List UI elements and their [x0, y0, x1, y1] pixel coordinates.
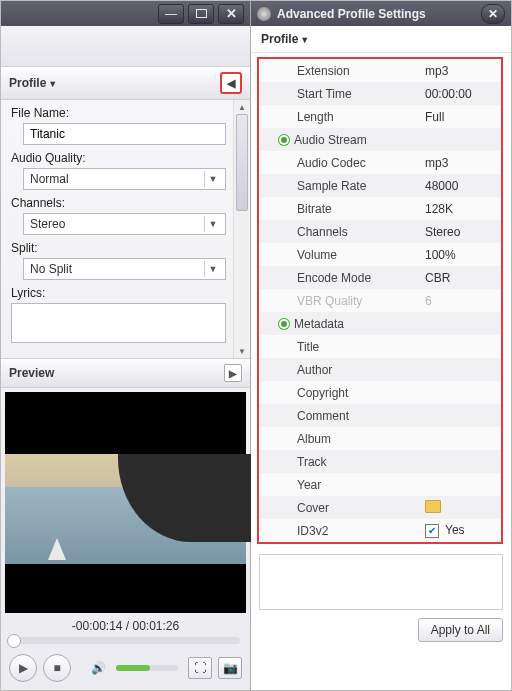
minimize-button[interactable]: — [158, 4, 184, 24]
window-titlebar: — ✕ [1, 1, 250, 26]
row-id3v2[interactable]: ID3v2✔Yes [259, 519, 501, 542]
row-title[interactable]: Title [259, 335, 501, 358]
scroll-thumb[interactable] [236, 114, 248, 211]
video-preview[interactable] [5, 392, 246, 613]
channels-label: Channels: [11, 196, 226, 210]
playback-controls: ▶ ■ 🔊 ⛶ 📷 [1, 650, 250, 690]
row-extension[interactable]: Extensionmp3 [259, 59, 501, 82]
row-comment[interactable]: Comment [259, 404, 501, 427]
play-button[interactable]: ▶ [9, 654, 37, 682]
profile-section-header[interactable]: Profile▼ ◀ [1, 66, 250, 100]
lyrics-label: Lyrics: [11, 286, 226, 300]
profile-header-label: Profile [9, 76, 46, 90]
chevron-down-icon: ▼ [204, 261, 221, 277]
filename-input[interactable] [23, 123, 226, 145]
row-encode-mode[interactable]: Encode ModeCBR [259, 266, 501, 289]
left-panel: — ✕ Profile▼ ◀ ▲ ▼ File Name: Audio Qual… [1, 1, 251, 690]
spacer [1, 26, 250, 66]
close-button[interactable]: ✕ [218, 4, 244, 24]
profile-form: ▲ ▼ File Name: Audio Quality: Normal▼ Ch… [1, 100, 250, 358]
group-metadata[interactable]: Metadata [259, 312, 501, 335]
settings-title: Advanced Profile Settings [277, 7, 426, 21]
fullscreen-button[interactable]: ⛶ [188, 657, 212, 679]
row-start-time[interactable]: Start Time00:00:00 [259, 82, 501, 105]
row-copyright[interactable]: Copyright [259, 381, 501, 404]
settings-subheader[interactable]: Profile▼ [251, 26, 511, 53]
chevron-down-icon: ▼ [300, 35, 309, 45]
row-audio-codec[interactable]: Audio Codecmp3 [259, 151, 501, 174]
row-bitrate[interactable]: Bitrate128K [259, 197, 501, 220]
preview-area: -00:00:14 / 00:01:26 ▶ ■ 🔊 ⛶ 📷 [1, 388, 250, 690]
row-vbr-quality: VBR Quality6 [259, 289, 501, 312]
progress-slider[interactable] [11, 637, 240, 644]
row-sample-rate[interactable]: Sample Rate48000 [259, 174, 501, 197]
filename-label: File Name: [11, 106, 226, 120]
row-channels[interactable]: ChannelsStereo [259, 220, 501, 243]
id3v2-checkbox[interactable]: ✔ [425, 524, 439, 538]
split-label: Split: [11, 241, 226, 255]
channels-select[interactable]: Stereo▼ [23, 213, 226, 235]
group-audio-stream[interactable]: Audio Stream [259, 128, 501, 151]
row-track[interactable]: Track [259, 450, 501, 473]
lyrics-input[interactable] [11, 303, 226, 343]
chevron-down-icon: ▼ [48, 79, 57, 89]
row-year[interactable]: Year [259, 473, 501, 496]
volume-icon[interactable]: 🔊 [91, 661, 106, 675]
audioquality-label: Audio Quality: [11, 151, 226, 165]
expand-preview-button[interactable]: ▶ [224, 364, 242, 382]
apply-to-all-button[interactable]: Apply to All [418, 618, 503, 642]
preview-header-label: Preview [9, 366, 54, 380]
settings-close-button[interactable]: ✕ [481, 4, 505, 24]
volume-slider[interactable] [116, 665, 178, 671]
split-select[interactable]: No Split▼ [23, 258, 226, 280]
row-album[interactable]: Album [259, 427, 501, 450]
scroll-down-icon[interactable]: ▼ [234, 344, 250, 358]
chevron-down-icon: ▼ [204, 216, 221, 232]
stop-button[interactable]: ■ [43, 654, 71, 682]
row-cover[interactable]: Cover [259, 496, 501, 519]
form-scrollbar[interactable]: ▲ ▼ [233, 100, 250, 358]
preview-section-header[interactable]: Preview ▶ [1, 358, 250, 388]
maximize-button[interactable] [188, 4, 214, 24]
gear-icon [257, 7, 271, 21]
row-author[interactable]: Author [259, 358, 501, 381]
scroll-up-icon[interactable]: ▲ [234, 100, 250, 114]
chevron-down-icon: ▼ [204, 171, 221, 187]
row-length[interactable]: LengthFull [259, 105, 501, 128]
settings-titlebar: Advanced Profile Settings ✕ [251, 1, 511, 26]
row-volume[interactable]: Volume100% [259, 243, 501, 266]
right-panel: Advanced Profile Settings ✕ Profile▼ Ext… [251, 1, 511, 690]
folder-icon[interactable] [425, 500, 441, 513]
settings-table: Extensionmp3 Start Time00:00:00 LengthFu… [257, 57, 503, 544]
playback-time: -00:00:14 / 00:01:26 [1, 613, 250, 637]
snapshot-button[interactable]: 📷 [218, 657, 242, 679]
collapse-left-button[interactable]: ◀ [220, 72, 242, 94]
audioquality-select[interactable]: Normal▼ [23, 168, 226, 190]
notes-box[interactable] [259, 554, 503, 610]
